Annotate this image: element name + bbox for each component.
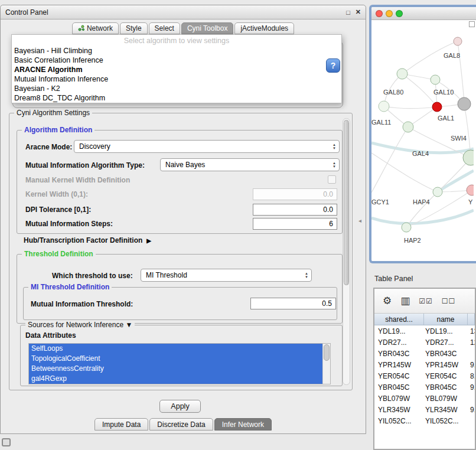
popup-placeholder: Select algorithm to view settings — [12, 36, 341, 46]
settings-scrollbar[interactable] — [343, 118, 350, 385]
list-item-gal4rgexp[interactable]: gal4RGexp — [29, 374, 322, 384]
bottom-tab-bar: Impute Data Discretize Data Infer Networ… — [1, 418, 366, 431]
tab-network[interactable]: Network — [72, 22, 119, 34]
node-green-d[interactable] — [403, 122, 413, 132]
tab-jactivemodules[interactable]: jActiveModules — [234, 22, 294, 34]
table-row[interactable]: YLR345W YLR345W 9. — [374, 404, 475, 415]
node-green-a[interactable] — [397, 69, 407, 79]
deselect-all-rows-icon[interactable]: ☐☐ — [442, 298, 456, 305]
attributes-scrollbar[interactable] — [322, 344, 330, 384]
threshold-definition-group: Threshold Definition Which threshold to … — [17, 254, 343, 324]
list-item-topologicalcoefficient[interactable]: TopologicalCoefficient — [29, 354, 322, 364]
node-green-e[interactable] — [433, 187, 442, 197]
table-row[interactable]: YBL079W YBL079W — [374, 393, 475, 404]
cell-name: YDR27... — [424, 338, 468, 347]
node-red[interactable] — [432, 102, 442, 112]
network-window-titlebar[interactable] — [371, 7, 476, 20]
dock-panel-icon[interactable] — [2, 438, 11, 446]
tab-cyni-toolbox[interactable]: Cyni Toolbox — [181, 22, 233, 34]
table-row[interactable]: YDL19... YDL19... 13 — [374, 325, 475, 337]
tab-discretize-data[interactable]: Discretize Data — [149, 418, 213, 431]
tab-select[interactable]: Select — [149, 22, 180, 34]
aracne-mode-select[interactable]: Discovery ▲▼ — [74, 140, 340, 153]
list-item-selfloops[interactable]: SelfLoops — [29, 344, 322, 354]
network-overview-toggle[interactable] — [469, 21, 475, 27]
hub-definition-toggle[interactable]: Hub/Transcription Factor Definition▶ — [24, 236, 151, 244]
popup-item-basic-correlation[interactable]: Basic Correlation Inference — [12, 56, 341, 65]
close-window-icon[interactable]: ✕ — [356, 8, 361, 16]
table-row[interactable]: YDR27... YDR27... 12 — [374, 337, 475, 348]
tab-style-label: Style — [126, 24, 142, 32]
close-traffic-light[interactable] — [376, 10, 383, 17]
data-attributes-list[interactable]: SelfLoops TopologicalCoefficient Between… — [28, 343, 331, 384]
float-window-icon[interactable]: □ — [346, 9, 350, 16]
node-green-c[interactable] — [379, 101, 389, 112]
algorithm-dropdown-popup: Select algorithm to view settings Bayesi… — [11, 34, 342, 103]
mi-threshold-field[interactable]: 0.5 — [250, 298, 336, 309]
cell-extra: 9. — [468, 361, 475, 369]
settings-scrollbar-thumb[interactable] — [344, 120, 349, 285]
aracne-mode-label: Aracne Mode: — [25, 143, 72, 151]
data-attributes-label: Data Attributes — [25, 331, 76, 340]
popup-item-dream8[interactable]: Dream8 DC_TDC Algorithm — [12, 93, 341, 103]
popup-item-mutual-info[interactable]: Mutual Information Inference — [12, 74, 341, 84]
list-item-betweennesscentrality[interactable]: BetweennessCentrality — [29, 364, 322, 374]
table-header-row: shared... name — [374, 314, 475, 325]
node-green-b[interactable] — [431, 75, 440, 84]
panel-collapse-arrow-icon[interactable]: ◂ — [358, 217, 361, 224]
network-canvas[interactable]: GAL8 GAL80 GAL10 GAL11 GAL1 SWI4 GAL4 GC… — [371, 20, 476, 261]
table-row[interactable]: YIL052C... YIL052C... — [374, 415, 475, 426]
table-toolbar: ⚙ ▥ ☑☑ ☐☐ — [374, 289, 475, 314]
algorithm-definition-title: Algorithm Definition — [22, 126, 94, 134]
columns-icon[interactable]: ▥ — [400, 296, 410, 306]
select-all-rows-icon[interactable]: ☑☑ — [419, 298, 433, 305]
node-gray[interactable] — [458, 97, 471, 110]
which-threshold-label: Which threshold to use: — [52, 272, 133, 280]
table-row[interactable]: YBR043C YBR043C — [374, 348, 475, 359]
popup-item-bayesian-hill[interactable]: Bayesian - Hill Climbing — [12, 46, 341, 56]
chevron-updown-icon: ▲▼ — [332, 161, 336, 168]
help-icon[interactable]: ? — [326, 58, 340, 73]
sources-group: Sources for Network Inference ▼ Data Att… — [20, 325, 343, 386]
zoom-traffic-light[interactable] — [396, 10, 403, 17]
tab-style[interactable]: Style — [120, 22, 148, 34]
control-panel-titlebar[interactable]: Control Panel □ ✕ — [1, 5, 366, 19]
node-green-f[interactable] — [402, 223, 411, 232]
minimize-traffic-light[interactable] — [386, 10, 393, 17]
popup-item-bayesian-k2[interactable]: Bayesian - K2 — [12, 84, 341, 93]
popup-item-aracne[interactable]: ARACNE Algorithm — [12, 65, 341, 74]
cyni-algorithm-settings-group: Cyni Algorithm Settings Algorithm Defini… — [9, 113, 353, 390]
cell-shared: YLR345W — [374, 406, 424, 414]
tab-cyni-toolbox-label: Cyni Toolbox — [187, 24, 227, 32]
table-row[interactable]: YPR145W YPR145W 9. — [374, 359, 475, 370]
node-pink-top[interactable] — [454, 37, 462, 45]
kernel-width-field[interactable]: 0.0 — [253, 188, 337, 200]
table-row[interactable]: YBR045C YBR045C 9. — [374, 381, 475, 393]
cell-name: YLR345W — [424, 406, 468, 414]
column-header-shared[interactable]: shared... — [374, 314, 424, 325]
node-pink-right[interactable] — [467, 185, 474, 195]
manual-kernel-checkbox[interactable] — [328, 175, 336, 184]
mi-steps-field[interactable]: 6 — [253, 218, 337, 230]
table-row[interactable]: YER054C YER054C 8. — [374, 370, 475, 381]
control-panel-window: Control Panel □ ✕ Network Style Select C… — [0, 5, 366, 434]
sources-group-title[interactable]: Sources for Network Inference ▼ — [25, 321, 135, 329]
gear-icon[interactable]: ⚙ — [383, 296, 392, 306]
column-header-extra[interactable] — [468, 314, 475, 325]
apply-button[interactable]: Apply — [159, 400, 201, 413]
node-green-big[interactable] — [463, 150, 474, 165]
cell-name: YDL19... — [424, 327, 468, 335]
column-header-name[interactable]: name — [424, 314, 468, 325]
dpi-tolerance-field[interactable]: 0.0 — [253, 204, 337, 216]
mi-type-label: Mutual Information Algorithm Type: — [25, 161, 145, 169]
tab-select-label: Select — [155, 24, 174, 32]
tab-infer-network[interactable]: Infer Network — [214, 418, 272, 431]
settings-group-title: Cyni Algorithm Settings — [14, 109, 92, 117]
tab-impute-data[interactable]: Impute Data — [94, 418, 148, 431]
cell-name: YBR045C — [424, 383, 468, 392]
which-threshold-select[interactable]: MI Threshold ▲▼ — [141, 269, 312, 282]
table-body: YDL19... YDL19... 13 YDR27... YDR27... 1… — [374, 325, 475, 426]
attributes-scrollbar-thumb[interactable] — [324, 344, 330, 361]
node-label: HAP2 — [404, 237, 421, 244]
mi-type-select[interactable]: Naive Bayes ▲▼ — [160, 158, 340, 171]
